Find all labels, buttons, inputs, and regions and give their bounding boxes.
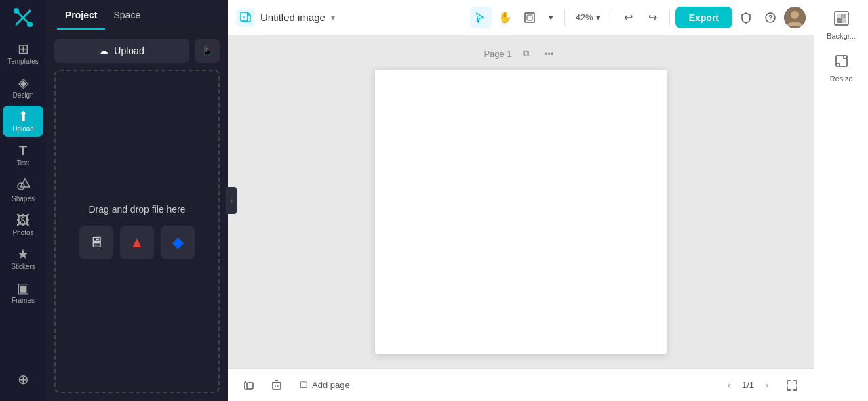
upload-btn-label: Upload [114,45,144,56]
more-icon: ⊕ [18,373,29,386]
panel-tabs: Project Space [46,0,228,30]
top-bar: Untitled image ▾ ✋ ▾ [228,0,814,35]
next-page-button[interactable]: › [758,377,776,394]
hand-tool-button[interactable]: ✋ [494,7,516,28]
sidebar-item-label: Text [17,159,29,167]
drag-drop-area[interactable]: Drag and drop file here 🖥 ▲ ◆ [54,70,220,393]
tab-space[interactable]: Space [105,0,149,30]
app-logo[interactable] [11,5,35,30]
undo-icon: ↩ [624,11,633,24]
page-copy-btn[interactable]: ⧉ [517,45,535,62]
title-dropdown-arrow[interactable]: ▾ [331,13,335,22]
zoom-level: 42% [576,12,593,22]
sidebar-item-shapes[interactable]: Shapes [3,173,43,207]
svg-point-2 [14,8,19,14]
canvas-page [375,70,667,354]
resize-label: Resize [830,75,853,83]
svg-rect-22 [837,14,841,18]
frames-icon: ▣ [17,281,30,295]
device-upload-button[interactable]: 🖥 [79,226,113,259]
fullscreen-button[interactable] [781,375,803,396]
copy-page-button[interactable] [239,375,260,396]
frame-dropdown-button[interactable]: ▾ [543,9,559,25]
dropdown-arrow: ▾ [549,12,553,22]
shield-button[interactable] [735,7,757,28]
frame-tool-button[interactable] [519,7,540,28]
select-tool-button[interactable] [470,7,492,28]
user-avatar[interactable] [784,7,806,28]
sidebar-item-label: Frames [12,297,35,304]
background-panel-item[interactable]: Backgr... [818,5,865,45]
svg-rect-24 [837,18,842,23]
redo-button[interactable]: ↪ [642,7,664,28]
drag-drop-text: Drag and drop file here [88,204,185,215]
undo-button[interactable]: ↩ [618,7,639,28]
dropbox-upload-button[interactable]: ◆ [161,226,195,259]
add-page-label: Add page [312,380,350,390]
prev-page-button[interactable]: ‹ [720,377,738,394]
page-nav: ‹ 1/1 › [720,377,776,394]
upload-button[interactable]: ☁ Upload [54,39,189,63]
sidebar-item-upload[interactable]: ⬆ Upload [3,106,43,137]
add-page-icon: ☐ [300,380,308,390]
icon-sidebar: ⊞ Templates ◈ Design ⬆ Upload T Text Sha… [0,0,46,401]
canvas-area: Page 1 ⧉ ··· Page 1 ⧉ ••• [228,35,814,368]
bottom-bar: ☐ Add page ‹ 1/1 › [228,368,814,401]
phone-button[interactable]: 📱 [195,39,220,63]
svg-rect-10 [527,15,532,20]
tab-project[interactable]: Project [57,0,105,30]
svg-rect-23 [841,14,846,18]
dropbox-icon: ◆ [172,234,184,251]
sidebar-item-text[interactable]: T Text [3,140,43,171]
sidebar-item-label: Photos [12,229,33,236]
document-title: Untitled image [260,12,326,23]
svg-point-3 [27,22,33,27]
toolbar-divider-2 [612,9,612,26]
panel-sidebar: Project Space ☁ Upload 📱 Drag and drop f… [46,0,228,401]
toolbar-divider [564,9,565,26]
svg-rect-9 [525,13,534,22]
svg-text:?: ? [768,14,772,22]
drive-icon: ▲ [130,234,144,251]
drive-upload-button[interactable]: ▲ [120,226,154,259]
help-button[interactable]: ? [760,7,781,28]
sidebar-item-label: Stickers [11,263,35,270]
page-options-btn[interactable]: ••• [540,45,558,62]
right-panel: Backgr... Resize [814,0,868,401]
device-icon: 🖥 [89,234,104,251]
sidebar-item-more[interactable]: ⊕ [3,368,43,390]
export-button[interactable]: Export [675,7,732,28]
sidebar-item-label: Design [12,91,33,99]
sidebar-item-design[interactable]: ◈ Design [3,72,43,103]
source-icons: 🖥 ▲ ◆ [79,226,195,259]
svg-rect-16 [273,383,281,389]
toolbar-divider-3 [669,9,670,26]
background-label: Backgr... [827,32,856,40]
collapse-handle[interactable]: ‹ [226,187,237,214]
hand-icon: ✋ [498,11,512,24]
toolbar-icons: ✋ ▾ 42% ▾ ↩ ↪ [470,7,806,28]
editor-area: Untitled image ▾ ✋ ▾ [228,0,814,401]
add-page-button[interactable]: ☐ Add page [293,376,357,394]
sidebar-item-label: Shapes [12,195,35,203]
upload-btn-icon: ☁ [99,45,108,56]
sidebar-item-stickers[interactable]: ★ Stickers [3,243,43,274]
phone-icon: 📱 [201,46,213,56]
resize-panel-item[interactable]: Resize [818,48,865,88]
background-icon [834,11,849,29]
page-indicator: 1/1 [742,380,754,390]
zoom-dropdown-icon: ▾ [596,12,601,22]
design-icon: ◈ [18,76,28,89]
text-icon: T [19,144,27,157]
sidebar-item-photos[interactable]: 🖼 Photos [3,209,43,240]
delete-page-button[interactable] [266,375,288,396]
sidebar-item-label: Templates [7,58,39,65]
sidebar-item-templates[interactable]: ⊞ Templates [3,38,43,69]
redo-icon: ↪ [648,11,657,24]
templates-icon: ⊞ [18,42,29,56]
sidebar-item-frames[interactable]: ▣ Frames [3,277,43,308]
zoom-control[interactable]: 42% ▾ [570,9,606,25]
stickers-icon: ★ [17,247,29,261]
shapes-icon [16,177,30,193]
upload-icon: ⬆ [18,110,29,123]
